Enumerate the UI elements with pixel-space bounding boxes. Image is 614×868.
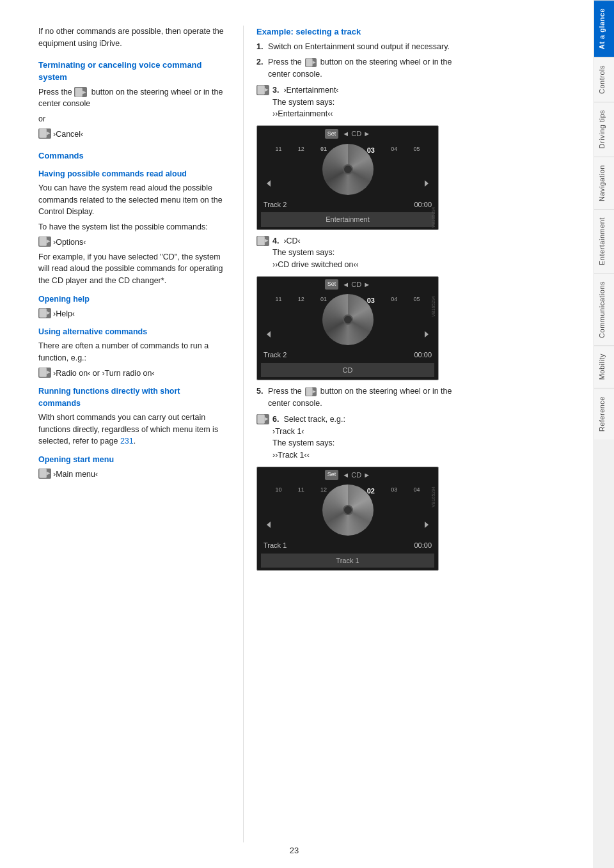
sidebar-tab-communications[interactable]: Communications	[594, 273, 614, 346]
cd-screen-3: Set ◄ CD ► 10 11 12 01 02 03 04	[256, 467, 439, 571]
sidebar-tab-entertainment[interactable]: Entertainment	[594, 209, 614, 273]
step-2-btn-icon	[305, 58, 317, 67]
alt-commands-heading: Using alternative commands	[38, 326, 224, 338]
step-6-cmd: ›Track 1‹	[272, 427, 304, 436]
screen2-label: CD	[261, 363, 434, 378]
sidebar-tab-navigation[interactable]: Navigation	[594, 157, 614, 209]
svg-rect-0	[75, 88, 83, 97]
step-6-num: 6.	[272, 415, 281, 424]
screen3-label: Track 1	[261, 554, 434, 568]
help-command: ›Help‹	[38, 308, 224, 320]
main-menu-cmd-text: ›Main menu‹	[53, 469, 98, 481]
having-commands-heading: Having possible commands read aloud	[38, 168, 224, 180]
step-5-press: Press the	[268, 387, 302, 396]
svg-rect-6	[39, 308, 46, 317]
step-4-content: 4. ›CD‹ The system says: ››CD drive swit…	[272, 235, 359, 271]
sidebar-tab-driving-tips[interactable]: Driving tips	[594, 102, 614, 156]
svg-rect-14	[257, 86, 264, 95]
step-1: 1. Switch on Entertainment sound output …	[256, 41, 461, 53]
disc-circle-2	[322, 294, 374, 345]
watermark-1: VB165294	[430, 145, 437, 228]
screen1-footer: Track 2 00:00	[261, 198, 434, 212]
tn3-12: 12	[320, 486, 327, 495]
svg-marker-13	[313, 61, 316, 64]
cd-screen2-header: Set ◄ CD ►	[261, 279, 434, 290]
help-mic-icon	[38, 308, 51, 318]
tn3-11: 11	[298, 486, 304, 495]
tn2-01: 01	[320, 295, 327, 304]
step-1-text: Switch on Entertainment sound output if …	[268, 41, 461, 53]
cd-arrows-3: ◄ CD ►	[342, 470, 370, 481]
having-commands-text1: You can have the system read aloud the p…	[38, 182, 224, 218]
step-2-num: 2.	[256, 56, 268, 68]
set-btn-3: Set	[325, 470, 339, 480]
sidebar-tab-mobility[interactable]: Mobility	[594, 345, 614, 387]
svg-marker-5	[47, 240, 51, 244]
or-text: or	[38, 113, 224, 125]
disc-center-3	[343, 505, 353, 515]
svg-marker-25	[265, 417, 269, 421]
radio-command: ›Radio on‹ or ›Turn radio on‹	[38, 368, 224, 380]
cd-example-text: For example, if you have selected "CD", …	[38, 251, 224, 287]
svg-marker-1	[83, 90, 86, 94]
arrow-right-2	[422, 330, 431, 343]
arrow-left-1	[264, 179, 273, 192]
sidebar-tab-controls[interactable]: Controls	[594, 57, 614, 102]
sidebar-tab-at-a-glance[interactable]: At a glance	[594, 0, 614, 57]
left-column: If no other commands are possible, then …	[38, 26, 237, 842]
options-mic-icon	[38, 236, 51, 247]
arrow-right-1	[422, 179, 431, 192]
step-3-mic	[256, 85, 269, 95]
cancel-mic-icon	[38, 128, 51, 139]
start-menu-heading: Opening start menu	[38, 454, 224, 466]
page-num-text: 23	[290, 846, 299, 855]
svg-marker-16	[267, 180, 271, 187]
help-cmd-text: ›Help‹	[53, 308, 75, 320]
step-6-mic	[256, 414, 269, 424]
commands-heading: Commands	[38, 150, 224, 162]
tn2-05: 05	[413, 295, 420, 304]
sidebar-tab-reference[interactable]: Reference	[594, 388, 614, 439]
step-5: 5. Press the button on the steering whee…	[256, 385, 461, 410]
disc-circle-1	[322, 144, 374, 195]
having-commands-text2: To have the system list the possible com…	[38, 221, 224, 233]
step-4-resp: ››CD drive switched on‹‹	[272, 260, 359, 269]
screen1-track: Track 2	[264, 199, 287, 210]
step-3-content: 3. ›Entertainment‹ The system says: ››En…	[272, 84, 339, 120]
step-5-text: Press the button on the steering wheel o…	[268, 385, 461, 410]
arrow-right-3	[422, 520, 431, 533]
terminating-text: Press the button on the steering wheel o…	[38, 86, 224, 111]
cd-screen3-header: Set ◄ CD ►	[261, 470, 434, 481]
step-2-press: Press the	[268, 58, 302, 66]
screen3-track: Track 1	[264, 540, 287, 551]
disc-1: 11 12 01 02 03 04 05	[261, 141, 434, 198]
column-divider	[243, 26, 244, 842]
period: .	[134, 437, 136, 446]
svg-marker-23	[313, 390, 316, 393]
tn-01: 01	[320, 145, 327, 154]
set-btn-1: Set	[325, 129, 339, 139]
svg-marker-17	[425, 180, 429, 187]
svg-rect-18	[257, 236, 264, 245]
press-text: Press the	[38, 88, 74, 97]
button-icon-1	[74, 87, 87, 97]
page-number: 23	[0, 846, 588, 855]
cancel-command: ›Cancel‹	[38, 128, 224, 141]
radio-mic-icon	[38, 368, 51, 378]
step-1-num: 1.	[256, 41, 268, 53]
sidebar-nav: At a glance Controls Driving tips Naviga…	[594, 0, 614, 868]
step-3-cmd: ›Entertainment‹	[283, 86, 338, 95]
section-terminating-heading: Terminating or canceling voice command s…	[38, 59, 224, 84]
svg-marker-26	[267, 522, 271, 528]
step-6-content: 6. Select track, e.g.: ›Track 1‹ The sys…	[272, 414, 345, 461]
step-3-says: The system says:	[272, 98, 335, 107]
step-3-num: 3.	[272, 86, 281, 95]
tn2-11: 11	[276, 295, 282, 304]
step-2: 2. Press the button on the steering whee…	[256, 56, 461, 81]
page-ref-link[interactable]: 231	[120, 437, 134, 446]
cancel-cmd-text: ›Cancel‹	[53, 128, 83, 141]
svg-marker-3	[47, 132, 51, 136]
cd-arrows-2: ◄ CD ►	[342, 279, 370, 290]
step-6-says: The system says:	[272, 438, 335, 447]
svg-marker-9	[47, 371, 51, 375]
